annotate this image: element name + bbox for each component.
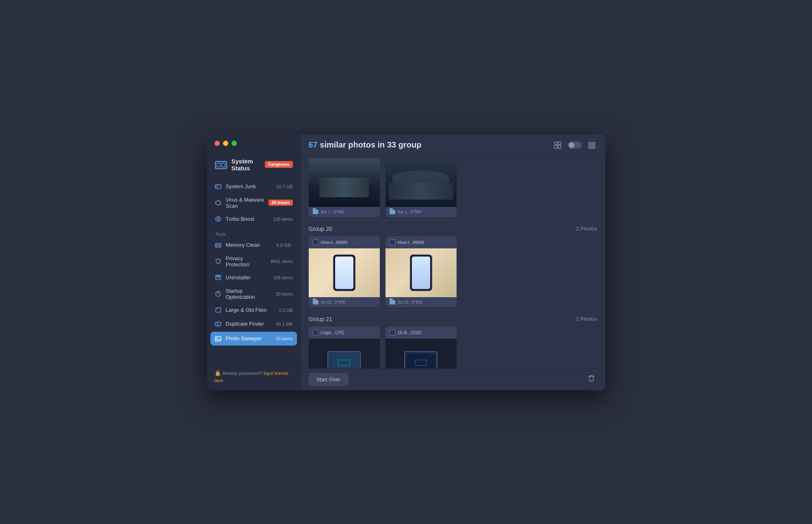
sidebar-item-large-files[interactable]: Large & Old Files 2.2 GB [207, 303, 300, 317]
phone-photo-visual [309, 248, 380, 297]
main-title: 67 similar photos in 33 group [309, 140, 422, 150]
sidebar-item-turbo-boost[interactable]: Turbo Boost 135 items [207, 212, 300, 226]
photo-card-21-1[interactable]: Logic...OTE [309, 326, 380, 368]
sidebar-item-value-memory: 6.8 GB↑ [277, 243, 293, 248]
group-header-20: Group 20 2 Photos [309, 220, 597, 236]
lock-icon: 🔒 [214, 370, 221, 376]
main-header: 67 similar photos in 33 group [301, 134, 605, 155]
car-photo-visual-2 [385, 158, 457, 207]
sidebar-item-label-startup: Startup Optimization [226, 288, 272, 300]
trash-icon[interactable] [586, 373, 597, 386]
photo-card[interactable]: Apr 1...0*990 [309, 158, 380, 217]
svg-rect-10 [219, 244, 220, 246]
sidebar-item-photo-sweeper[interactable]: Photo Sweeper 33 items [210, 332, 297, 346]
phone-screen [335, 257, 353, 289]
danger-badge: Dangerous [265, 161, 292, 168]
group-20-photos: How-t...MAIN Jul 02...0*900 [309, 236, 597, 307]
phone-shape [333, 254, 355, 291]
svg-rect-24 [558, 146, 561, 148]
sidebar-header: System Status Dangerous [207, 154, 300, 180]
photo-thumbnail [309, 248, 380, 297]
photo-path: Jul 02...0*900 [321, 300, 346, 304]
photo-thumbnail [385, 339, 457, 368]
folder-icon [313, 210, 318, 214]
photo-card-20-1[interactable]: How-t...MAIN Jul 02...0*900 [309, 236, 380, 307]
photo-card[interactable]: Apr 1...0*990 [385, 158, 457, 217]
list-view-icon[interactable] [587, 140, 597, 150]
svg-rect-2 [222, 163, 225, 167]
group-title-20: Group 20 [309, 226, 332, 232]
photo-checkbox[interactable] [390, 239, 395, 245]
duplicate-finder-icon [214, 320, 222, 328]
sidebar-item-value-large-files: 2.2 GB [279, 308, 292, 313]
privacy-icon [214, 258, 222, 265]
group-header-21: Group 21 2 Photos [309, 310, 597, 326]
virus-issue-badge: 29 issues [269, 200, 292, 206]
start-over-button[interactable]: Start Over [309, 373, 348, 386]
photo-checkbox[interactable] [313, 330, 318, 335]
sidebar-tools-section: Tools Memory Clean 6.8 GB↑ [207, 228, 300, 348]
close-button[interactable] [214, 141, 220, 146]
svg-point-20 [216, 337, 217, 339]
svg-rect-4 [216, 185, 218, 188]
sidebar-item-uninstaller[interactable]: Uninstaller 106 items [207, 271, 300, 285]
sidebar-footer-text: Already purchased? [223, 371, 264, 376]
svg-rect-9 [218, 244, 219, 246]
sidebar-item-label-virus: Virus & Malware Scan [226, 197, 265, 209]
toggle-switch[interactable] [568, 141, 582, 149]
folder-icon [313, 300, 318, 304]
group-21-photos: Logic...OTE [309, 326, 597, 368]
turbo-boost-icon [214, 215, 222, 223]
tools-section-label: Tools [207, 228, 300, 238]
sidebar-item-virus-malware[interactable]: Virus & Malware Scan 29 issues [207, 194, 300, 212]
sidebar-item-system-junk[interactable]: System Junk 18.7 GB [207, 180, 300, 194]
sidebar-item-value-privacy: 8651 items [271, 259, 293, 264]
phone-shape [410, 254, 432, 291]
sidebar-item-value-system-junk: 18.7 GB [276, 184, 292, 189]
phone-screen [412, 257, 430, 289]
photo-card-20-2[interactable]: How-t...MAIN Jul 15...0*900 [385, 236, 457, 307]
sidebar-item-label-duplicate: Duplicate Finder [226, 321, 272, 327]
group-title-21: Group 21 [309, 316, 332, 322]
sidebar-item-label-system-junk: System Junk [226, 183, 273, 189]
photo-path: Apr 1...0*990 [398, 210, 421, 214]
uninstaller-icon [214, 274, 222, 281]
grid-view-icon[interactable] [552, 140, 563, 150]
photo-checkbox[interactable] [313, 239, 318, 245]
app-window: System Status Dangerous System Junk 18.7… [207, 134, 605, 390]
sidebar-footer: 🔒Already purchased? Input license here [207, 362, 300, 390]
sidebar-title: System Status [232, 158, 261, 172]
sidebar-item-label-photo-sweeper: Photo Sweeper [226, 335, 272, 341]
maximize-button[interactable] [232, 141, 237, 146]
svg-point-6 [217, 218, 219, 220]
svg-rect-26 [589, 145, 595, 146]
photo-thumbnail [309, 339, 380, 368]
photo-filename: 10-B...OGIC [398, 330, 422, 335]
photo-thumbnail [385, 248, 457, 297]
photo-card-21-2[interactable]: 10-B...OGIC [385, 326, 457, 368]
photo-filename: How-t...MAIN [398, 240, 424, 245]
sidebar-main-section: System Junk 18.7 GB Virus & Malware Scan… [207, 180, 300, 228]
svg-rect-23 [554, 146, 557, 148]
sidebar-item-startup[interactable]: Startup Optimization 29 items [207, 285, 300, 303]
sidebar-item-privacy[interactable]: Privacy Protection 8651 items [207, 252, 300, 271]
car-photo-visual [309, 158, 380, 207]
sidebar-item-value-startup: 29 items [276, 291, 293, 296]
sidebar-item-value-turbo-boost: 135 items [273, 217, 293, 222]
virus-malware-icon [214, 199, 222, 207]
sidebar-item-duplicate-finder[interactable]: Duplicate Finder 40.1 MB [207, 317, 300, 331]
minimize-button[interactable] [223, 141, 228, 146]
memory-clean-icon [214, 241, 222, 249]
photo-card-footer: Jul 02...0*900 [309, 297, 380, 307]
sidebar-item-label-uninstaller: Uninstaller [226, 274, 269, 280]
photo-count: 67 [309, 140, 318, 149]
svg-rect-1 [217, 163, 220, 167]
photo-card-header: How-t...MAIN [385, 236, 457, 248]
large-files-icon [214, 307, 222, 314]
folder-icon [390, 210, 395, 214]
photo-thumbnail [385, 158, 457, 207]
svg-rect-27 [589, 147, 595, 148]
folder-icon [390, 300, 395, 304]
sidebar-item-memory-clean[interactable]: Memory Clean 6.8 GB↑ [207, 238, 300, 252]
photo-checkbox[interactable] [390, 330, 395, 335]
